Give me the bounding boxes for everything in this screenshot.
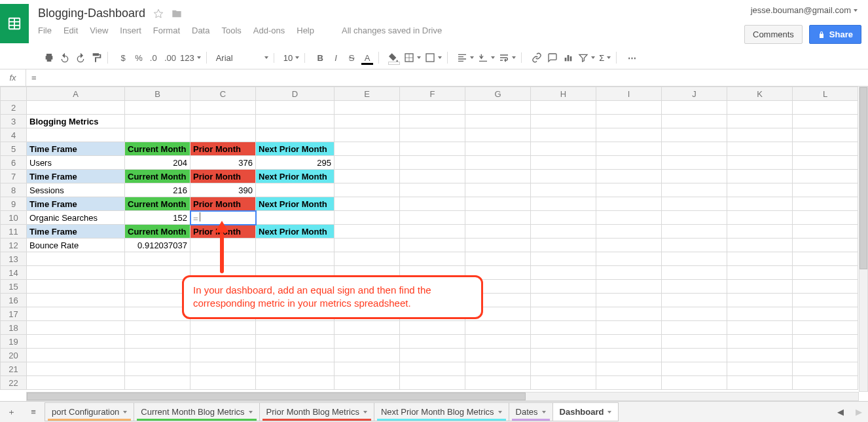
cell[interactable] [596,101,662,115]
cell[interactable] [465,349,531,362]
cell[interactable] [727,239,793,252]
cell[interactable] [335,307,400,321]
cell[interactable] [727,362,793,376]
cell[interactable] [190,349,256,362]
cell[interactable] [531,294,596,307]
cell[interactable] [727,115,793,128]
cell[interactable] [465,156,531,170]
row-header[interactable]: 20 [1,349,27,362]
cell[interactable] [465,211,531,225]
strike-button[interactable]: S [346,52,357,64]
font-select[interactable]: Arial [216,53,268,63]
cell[interactable] [335,115,400,128]
cell[interactable] [793,197,858,211]
row-header[interactable]: 11 [1,225,27,239]
cell[interactable] [727,197,793,211]
cell[interactable] [125,294,190,307]
cell[interactable]: Time Frame [27,225,125,239]
cell[interactable] [465,115,531,128]
sheet-tab[interactable]: Current Month Blog Metrics [134,402,259,421]
col-header[interactable]: C [190,87,256,101]
cell[interactable] [596,307,662,321]
cell[interactable] [531,197,596,211]
cell[interactable] [27,252,125,266]
cell[interactable] [190,294,256,307]
cell[interactable] [531,376,596,390]
row-header[interactable]: 13 [1,252,27,266]
cell[interactable] [727,225,793,239]
cell[interactable] [596,225,662,239]
cell[interactable] [125,280,190,294]
cell[interactable] [727,142,793,156]
cell[interactable] [793,280,858,294]
cell[interactable] [465,142,531,156]
cell[interactable] [596,321,662,335]
cell[interactable] [335,156,400,170]
row-header[interactable]: 8 [1,183,27,197]
row-header[interactable]: 16 [1,294,27,307]
cell[interactable] [727,156,793,170]
cell[interactable] [727,211,793,225]
cell[interactable] [335,170,400,183]
cell[interactable] [190,101,256,115]
cell[interactable] [335,376,400,390]
cell[interactable] [27,376,125,390]
sheet-tab[interactable]: Dashboard [552,402,619,421]
cell[interactable] [27,335,125,349]
cell[interactable] [465,128,531,142]
cell[interactable] [793,349,858,362]
row-header[interactable]: 17 [1,307,27,321]
row-header[interactable]: 7 [1,170,27,183]
cell[interactable] [727,376,793,390]
cell[interactable] [531,142,596,156]
cell[interactable] [335,197,400,211]
cell[interactable] [793,239,858,252]
cell[interactable] [793,294,858,307]
row-header[interactable]: 9 [1,197,27,211]
cell[interactable] [400,197,465,211]
cell[interactable] [596,349,662,362]
cell[interactable] [125,307,190,321]
cell[interactable]: 152 [125,211,190,225]
cell[interactable] [596,170,662,183]
cell[interactable] [596,362,662,376]
cell[interactable] [256,294,335,307]
cell[interactable] [125,362,190,376]
cell[interactable] [125,349,190,362]
cell[interactable] [465,376,531,390]
cell[interactable]: Prior Month [190,225,256,239]
cell[interactable] [662,280,727,294]
cell[interactable] [125,376,190,390]
row-header[interactable]: 4 [1,128,27,142]
link-icon[interactable] [531,52,543,64]
formula-input[interactable]: = [26,73,868,83]
text-color-button[interactable]: A [361,52,373,64]
cell[interactable] [531,307,596,321]
cell[interactable] [662,101,727,115]
col-header[interactable]: K [727,87,793,101]
cell[interactable] [465,183,531,197]
cell[interactable] [465,307,531,321]
cell[interactable]: Time Frame [27,197,125,211]
cell[interactable] [335,294,400,307]
col-header[interactable]: D [256,87,335,101]
cell[interactable] [400,156,465,170]
cell[interactable] [400,376,465,390]
cell[interactable] [596,376,662,390]
cell[interactable] [727,349,793,362]
sheet-tab[interactable]: Prior Month Blog Metrics [259,402,374,421]
row-header[interactable]: 14 [1,266,27,280]
cell[interactable]: Next Prior Month [256,170,335,183]
cell[interactable] [125,321,190,335]
cell[interactable] [662,294,727,307]
col-header[interactable]: I [596,87,662,101]
cell[interactable] [596,280,662,294]
folder-icon[interactable] [172,9,182,19]
cell[interactable] [27,349,125,362]
italic-button[interactable]: I [330,52,342,64]
cell[interactable] [793,183,858,197]
cell[interactable] [793,321,858,335]
cell[interactable] [256,115,335,128]
cell[interactable] [256,101,335,115]
sheet-tab[interactable]: Next Prior Month Blog Metrics [374,402,509,421]
